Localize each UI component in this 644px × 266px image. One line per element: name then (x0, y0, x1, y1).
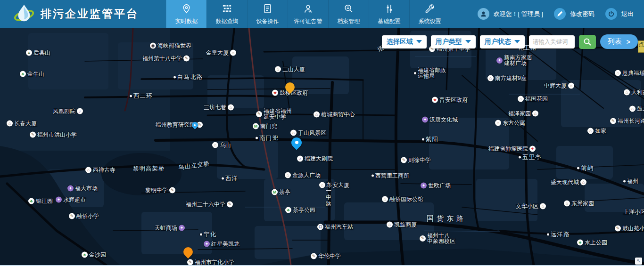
doc-icon (262, 3, 273, 16)
region-select-label: 选择区域 (387, 38, 413, 46)
wrench-icon (424, 3, 435, 16)
nav-tab-5[interactable]: 档案管理 (328, 0, 369, 28)
nav-tab-label: 系统设置 (419, 17, 441, 25)
nav-tab-2[interactable]: 数据查询 (206, 0, 247, 28)
user-area: 欢迎您！[ 管理员 ] 修改密码 退出 (478, 0, 644, 28)
nav-tab-label: 实时数据 (175, 17, 198, 25)
user-check-icon (303, 3, 314, 16)
list-button[interactable]: 列表 > (600, 34, 638, 49)
top-header: 排污企业监管平台 实时数据数据查询设备操作许可证告警档案管理基础配置系统设置 欢… (0, 0, 644, 28)
search-doc-icon (343, 3, 354, 16)
user-status-select-label: 用户状态 (485, 38, 511, 46)
nav-tab-label: 许可证告警 (294, 17, 322, 25)
search-button[interactable] (579, 35, 596, 49)
nav-tab-3[interactable]: 设备操作 (247, 0, 288, 28)
edge-tab[interactable]: 点 (638, 40, 644, 53)
edit-password-icon[interactable] (554, 8, 566, 20)
nav-tab-4[interactable]: 许可证告警 (288, 0, 328, 28)
nav-tab-1[interactable]: 实时数据 (166, 0, 206, 28)
map-roads-layer (0, 28, 644, 265)
arrow-right-icon: > (627, 38, 630, 46)
brand: 排污企业监管平台 (0, 0, 166, 28)
chevron-down-icon (514, 40, 520, 43)
welcome-text: 欢迎您！[ 管理员 ] (494, 10, 543, 18)
page-title: 排污企业监管平台 (41, 7, 139, 21)
nav-tab-6[interactable]: 基础配置 (369, 0, 409, 28)
sliders-icon (384, 3, 395, 16)
chevron-down-icon (465, 40, 471, 43)
region-select[interactable]: 选择区域 (382, 35, 427, 48)
platform-logo-icon (13, 3, 35, 25)
map-corner-control[interactable]: ↖ (635, 258, 642, 265)
nav-tab-label: 档案管理 (338, 17, 360, 25)
marker-center-dot (295, 141, 298, 144)
nav-tab-label: 设备操作 (256, 17, 279, 25)
nav-tab-label: 数据查询 (216, 17, 239, 25)
grid-icon (222, 3, 232, 16)
map-toolbar: 选择区域 用户类型 用户状态 列表 > (382, 34, 638, 49)
nav-tab-label: 基础配置 (378, 17, 401, 25)
chevron-down-icon (416, 40, 422, 43)
logout-link[interactable]: 退出 (621, 10, 634, 18)
logout-icon[interactable] (605, 8, 617, 20)
user-type-select-label: 用户类型 (436, 38, 462, 46)
nav-tab-7[interactable]: 系统设置 (409, 0, 450, 28)
avatar (478, 8, 489, 20)
marker-center-dot (194, 124, 196, 126)
user-type-select[interactable]: 用户类型 (431, 35, 476, 48)
change-password-link[interactable]: 修改密码 (570, 10, 594, 18)
main-nav: 实时数据数据查询设备操作许可证告警档案管理基础配置系统设置 (166, 0, 450, 28)
map-canvas[interactable]: 选择区域 用户类型 用户状态 列表 > 点 ↖ ▲后县山♣金牛山◉海峡熊猫世界福… (0, 28, 644, 265)
edge-tab-label: 点 (639, 41, 644, 48)
pin-icon (181, 3, 192, 16)
user-status-select[interactable]: 用户状态 (480, 35, 525, 48)
keyword-input[interactable] (529, 35, 575, 48)
list-button-label: 列表 (608, 37, 622, 46)
